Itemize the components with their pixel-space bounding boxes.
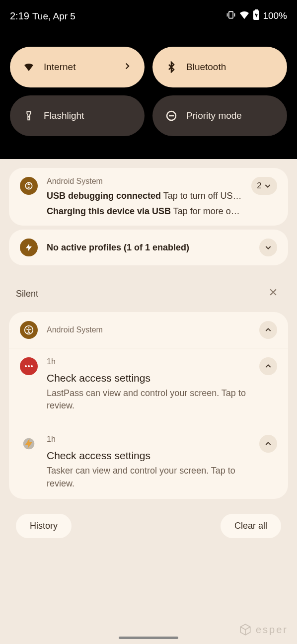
qs-tile-label: Flashlight: [44, 110, 84, 121]
section-label: Silent: [16, 289, 38, 299]
watermark: esper: [239, 623, 288, 636]
svg-rect-4: [255, 9, 258, 11]
dismiss-silent-button[interactable]: [265, 284, 281, 303]
chevron-up-icon: [264, 326, 272, 334]
notification-profiles[interactable]: No active profiles (1 of 1 enabled): [9, 230, 288, 265]
tasker-icon: [20, 435, 38, 453]
notification-shade: Android System USB debugging connected T…: [0, 159, 297, 644]
expand-toggle[interactable]: 2: [251, 177, 277, 195]
chevron-up-icon: [264, 362, 272, 370]
notification-title: No active profiles (1 of 1 enabled): [47, 242, 250, 253]
clear-all-button[interactable]: Clear all: [221, 514, 281, 538]
notification-line: USB debugging connected Tap to turn off …: [47, 191, 242, 201]
bluetooth-icon: [165, 61, 177, 73]
wifi-icon: [239, 9, 250, 23]
svg-rect-0: [229, 11, 233, 18]
notification-group-android-system[interactable]: Android System USB debugging connected T…: [9, 168, 288, 226]
expand-toggle[interactable]: [259, 239, 277, 256]
silent-section-header: Silent: [9, 269, 288, 312]
svg-point-5: [28, 116, 29, 117]
notification-text: Tasker can view and control your screen.…: [47, 465, 250, 489]
lastpass-icon: [20, 357, 38, 375]
notification-app-name: Android System: [47, 325, 250, 334]
collapse-toggle[interactable]: [259, 357, 277, 375]
status-date: Tue, Apr 5: [32, 11, 75, 22]
qs-tile-priority-mode[interactable]: Priority mode: [152, 95, 287, 136]
wifi-icon: [23, 61, 35, 73]
notification-title: Check access settings: [47, 450, 250, 462]
flashlight-icon: [23, 110, 35, 122]
qs-tile-internet[interactable]: Internet: [10, 47, 145, 87]
qs-tile-label: Internet: [44, 62, 75, 73]
history-button[interactable]: History: [16, 514, 72, 538]
notification-count: 2: [257, 181, 261, 191]
svg-point-10: [28, 327, 30, 329]
notification-group-silent: Android System 1h Check access settings …: [9, 312, 288, 499]
quick-settings-grid: Internet Bluetooth Flashlight Priority m…: [10, 47, 287, 136]
notification-title: Check access settings: [47, 372, 250, 384]
svg-point-13: [31, 365, 33, 367]
svg-point-11: [25, 365, 27, 367]
chevron-down-icon: [264, 243, 272, 251]
collapse-toggle[interactable]: [259, 321, 277, 339]
android-system-icon: [20, 177, 38, 195]
qs-tile-bluetooth[interactable]: Bluetooth: [152, 47, 287, 87]
notification-app-name: Android System: [47, 177, 242, 186]
svg-point-12: [28, 365, 30, 367]
notification-item[interactable]: 1h Check access settings Tasker can view…: [9, 421, 288, 498]
notification-time: 1h: [47, 435, 250, 444]
qs-tile-label: Priority mode: [186, 110, 242, 121]
cube-icon: [239, 623, 252, 636]
collapse-toggle[interactable]: [259, 435, 277, 453]
qs-tile-flashlight[interactable]: Flashlight: [10, 95, 145, 136]
notification-text: LastPass can view and control your scree…: [47, 387, 250, 412]
chevron-down-icon: [264, 182, 272, 190]
vibrate-icon: [226, 10, 236, 22]
battery-icon: [253, 9, 260, 23]
bolt-icon: [20, 239, 38, 256]
chevron-right-icon: [123, 62, 132, 73]
qs-tile-label: Bluetooth: [186, 62, 226, 73]
notification-line: Charging this device via USB Tap for mor…: [47, 206, 242, 217]
dnd-icon: [165, 110, 177, 122]
chevron-up-icon: [264, 440, 272, 448]
accessibility-icon: [20, 321, 38, 339]
close-icon: [268, 287, 278, 297]
nav-handle[interactable]: [119, 637, 178, 639]
notification-header-row[interactable]: Android System: [9, 312, 288, 348]
status-bar: 2:19 Tue, Apr 5 100%: [10, 0, 287, 32]
notification-time: 1h: [47, 357, 250, 366]
battery-percent: 100%: [263, 10, 287, 21]
notification-item[interactable]: 1h Check access settings LastPass can vi…: [9, 348, 288, 421]
status-time: 2:19: [10, 10, 29, 22]
